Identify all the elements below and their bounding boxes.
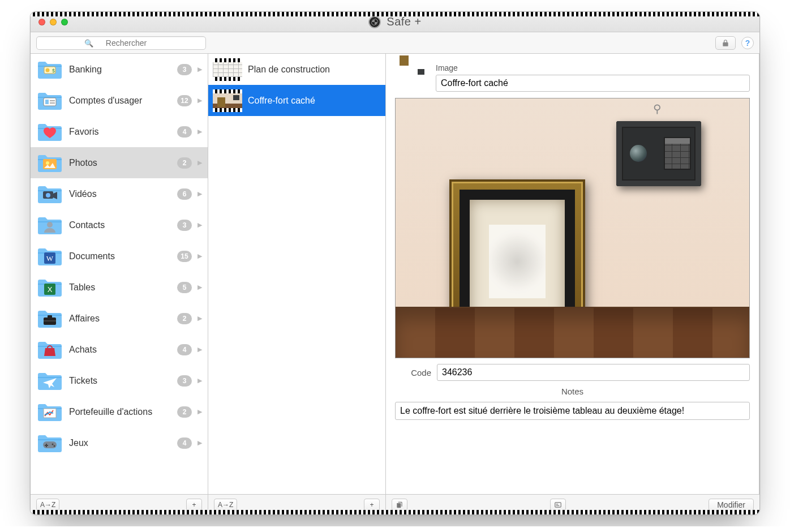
folder-icon: $ [36, 59, 63, 80]
chevron-right-icon: ▶ [198, 252, 202, 260]
item-thumbnail [395, 63, 428, 92]
category-accounts[interactable]: Comptes d'usager 12 ▶ [31, 85, 208, 116]
category-tables[interactable]: X Tables 5 ▶ [31, 272, 208, 303]
category-label: Achats [69, 345, 171, 355]
category-achats[interactable]: Achats 4 ▶ [31, 334, 208, 365]
chevron-right-icon: ▶ [198, 221, 202, 229]
code-input[interactable] [437, 364, 750, 381]
items-column[interactable]: Plan de construction Coffre-fort caché [208, 54, 386, 494]
category-favs[interactable]: Favoris 4 ▶ [31, 116, 208, 147]
chevron-right-icon: ▶ [198, 159, 202, 166]
svg-point-1 [46, 68, 50, 72]
chevron-right-icon: ▶ [198, 408, 202, 415]
category-contacts[interactable]: Contacts 3 ▶ [31, 209, 208, 241]
svg-rect-6 [50, 102, 55, 104]
notes-input[interactable] [395, 402, 750, 420]
category-count-badge: 2 [177, 157, 192, 169]
category-photos[interactable]: Photos 2 ▶ [31, 147, 208, 178]
svg-rect-25 [555, 502, 561, 507]
search-field-wrap: 🔍 [36, 36, 206, 50]
category-label: Favoris [69, 127, 171, 137]
svg-point-24 [54, 445, 55, 447]
category-affaires[interactable]: Affaires 2 ▶ [31, 303, 208, 334]
folder-icon [36, 183, 63, 205]
category-videos[interactable]: Vidéos 6 ▶ [31, 178, 208, 209]
category-count-badge: 6 [177, 188, 192, 200]
minimize-window-button[interactable] [50, 19, 57, 25]
item-label: Coffre-fort caché [248, 96, 315, 106]
svg-text:$: $ [52, 68, 55, 74]
folder-icon [36, 339, 63, 361]
category-label: Banking [69, 65, 171, 75]
folder-icon [36, 121, 63, 143]
svg-rect-27 [556, 505, 560, 505]
svg-rect-22 [45, 445, 48, 446]
category-count-badge: 4 [177, 344, 192, 355]
category-count-badge: 15 [177, 251, 192, 262]
svg-rect-26 [556, 504, 559, 504]
category-tickets[interactable]: Tickets 3 ▶ [31, 365, 208, 396]
detail-photo[interactable]: ⚲ [395, 98, 750, 358]
folder-icon: W [36, 246, 63, 267]
chevron-right-icon: ▶ [198, 284, 202, 291]
item-coffre[interactable]: Coffre-fort caché [208, 85, 385, 116]
help-button[interactable]: ? [741, 37, 754, 49]
category-count-badge: 3 [177, 375, 192, 387]
category-label: Documents [69, 251, 171, 261]
item-plan[interactable]: Plan de construction [208, 54, 385, 85]
notes-label: Notes [561, 387, 583, 396]
main-columns: $ Banking 3 ▶ Comptes d'usager 12 ▶ Favo… [31, 54, 759, 494]
folder-icon [36, 432, 63, 454]
svg-point-8 [46, 161, 49, 165]
category-docs[interactable]: W Documents 15 ▶ [31, 241, 208, 272]
safe-graphic [616, 121, 701, 186]
category-games[interactable]: Jeux 4 ▶ [31, 427, 208, 458]
svg-rect-19 [44, 409, 56, 418]
folder-icon [36, 401, 63, 423]
category-label: Contacts [69, 220, 171, 230]
chevron-right-icon: ▶ [198, 97, 202, 104]
svg-rect-18 [44, 320, 56, 321]
category-label: Comptes d'usager [69, 96, 171, 106]
window-controls [31, 19, 76, 25]
item-thumbnail [213, 58, 242, 81]
chevron-right-icon: ▶ [198, 346, 202, 353]
folder-icon [36, 308, 63, 329]
close-window-button[interactable] [38, 19, 45, 25]
copy-button[interactable] [392, 499, 407, 511]
app-title: Safe + [387, 15, 421, 28]
chevron-right-icon: ▶ [198, 190, 202, 198]
svg-rect-5 [50, 100, 55, 101]
items-add-button[interactable]: + [364, 499, 380, 511]
folder-icon [36, 214, 63, 236]
lock-icon [722, 39, 729, 47]
categories-sort-button[interactable]: A→Z [36, 499, 59, 511]
category-stocks[interactable]: Portefeuille d'actions 2 ▶ [31, 396, 208, 427]
modify-button[interactable]: Modifier [709, 499, 754, 511]
folder-icon [36, 152, 63, 174]
category-label: Tables [69, 282, 171, 293]
svg-point-10 [46, 193, 50, 198]
category-count-badge: 4 [177, 437, 192, 449]
folder-icon [36, 90, 63, 111]
svg-rect-17 [48, 315, 52, 318]
category-count-badge: 4 [177, 126, 192, 138]
name-input[interactable] [436, 75, 750, 92]
hook-icon: ⚲ [653, 102, 662, 115]
lock-button[interactable] [715, 36, 736, 50]
copy-icon [396, 501, 403, 509]
maximize-window-button[interactable] [61, 19, 68, 25]
search-input[interactable] [36, 36, 206, 50]
chevron-right-icon: ▶ [198, 315, 202, 322]
app-icon [368, 16, 381, 28]
category-banking[interactable]: $ Banking 3 ▶ [31, 54, 208, 85]
items-sort-button[interactable]: A→Z [214, 499, 237, 511]
chevron-right-icon: ▶ [198, 377, 202, 384]
chevron-right-icon: ▶ [198, 128, 202, 135]
category-label: Photos [69, 158, 171, 168]
categories-column[interactable]: $ Banking 3 ▶ Comptes d'usager 12 ▶ Favo… [31, 54, 208, 494]
card-view-button[interactable] [550, 499, 566, 511]
svg-rect-4 [45, 100, 49, 104]
svg-text:W: W [46, 254, 54, 263]
categories-add-button[interactable]: + [186, 499, 202, 511]
